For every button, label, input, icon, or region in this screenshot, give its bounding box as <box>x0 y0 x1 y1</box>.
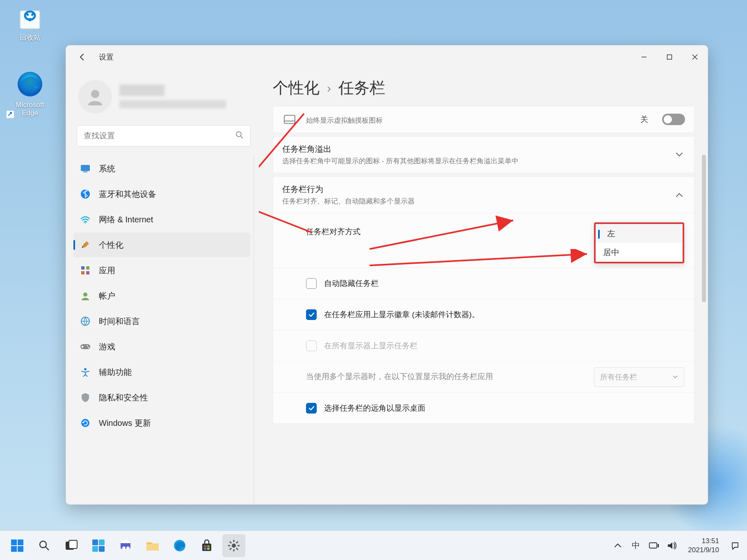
store-button[interactable] <box>195 534 218 557</box>
virtual-touchpad-card[interactable]: 始终显示虚拟触摸板图标 关 <box>273 106 694 133</box>
svg-point-42 <box>122 546 126 550</box>
minimize-button[interactable] <box>631 46 657 69</box>
clock[interactable]: 13:51 2021/9/10 <box>688 537 719 554</box>
touchpad-toggle[interactable] <box>662 114 685 125</box>
nav-list: 系统 蓝牙和其他设备 网络 & Internet 个性化 应用 <box>73 155 254 504</box>
account-icon <box>80 290 91 301</box>
start-button[interactable] <box>6 534 29 557</box>
svg-rect-60 <box>649 543 657 548</box>
alignment-dropdown-open[interactable]: 左 居中 <box>594 222 684 263</box>
svg-point-19 <box>87 345 88 347</box>
sidebar-item-timelang[interactable]: 时间和语言 <box>73 309 250 334</box>
sidebar-item-label: 帐户 <box>99 290 115 302</box>
recycle-bin-desktop-icon[interactable]: 回收站 <box>7 6 53 42</box>
svg-rect-4 <box>667 55 672 59</box>
show-desktop-option-row[interactable]: 选择任务栏的远角以显示桌面 <box>273 392 694 423</box>
alignment-option-center[interactable]: 居中 <box>596 243 683 262</box>
maximize-button[interactable] <box>657 46 682 69</box>
sidebar-item-label: 时间和语言 <box>99 316 140 327</box>
overflow-title: 任务栏角溢出 <box>282 144 665 155</box>
sidebar-item-apps[interactable]: 应用 <box>73 258 250 283</box>
taskbar-behavior-card: 任务栏行为 任务栏对齐、标记、自动隐藏和多个显示器 任务栏对齐方式 左 居中 <box>273 176 694 424</box>
svg-rect-50 <box>207 548 210 550</box>
taskbar-behavior-header[interactable]: 任务栏行为 任务栏对齐、标记、自动隐藏和多个显示器 <box>273 177 694 213</box>
svg-rect-2 <box>7 111 14 118</box>
svg-rect-32 <box>18 546 23 552</box>
touchpad-subtitle: 始终显示虚拟触摸板图标 <box>306 116 631 125</box>
corner-overflow-card[interactable]: 任务栏角溢出 选择任务栏角中可能显示的图标 - 所有其他图标将显示在任务栏角溢出… <box>273 136 694 173</box>
edge-taskbar-button[interactable] <box>168 534 191 557</box>
all-displays-option-row[interactable]: 在所有显示器上显示任务栏 <box>273 330 694 361</box>
taskview-button[interactable] <box>60 534 83 557</box>
svg-point-6 <box>236 132 241 137</box>
ime-indicator[interactable]: 中 <box>630 539 642 552</box>
search-taskbar-button[interactable] <box>33 534 56 557</box>
chat-button[interactable] <box>114 534 137 557</box>
all-displays-checkbox[interactable] <box>306 341 317 351</box>
show-desktop-checkbox[interactable] <box>306 403 317 414</box>
show-desktop-label: 选择任务栏的远角以显示桌面 <box>324 403 425 414</box>
svg-point-20 <box>88 347 89 348</box>
alignment-option-left[interactable]: 左 <box>596 224 683 243</box>
svg-rect-39 <box>92 546 98 552</box>
multi-display-value: 所有任务栏 <box>600 372 637 382</box>
autohide-option-row[interactable]: 自动隐藏任务栏 <box>273 267 694 299</box>
tray-overflow-button[interactable] <box>612 539 624 552</box>
update-icon <box>80 418 91 428</box>
sidebar-item-network[interactable]: 网络 & Internet <box>73 207 250 232</box>
svg-rect-36 <box>69 540 77 549</box>
sidebar-item-label: 应用 <box>99 265 115 276</box>
breadcrumb-current: 任务栏 <box>338 78 385 98</box>
explorer-button[interactable] <box>141 534 164 557</box>
badges-option-row[interactable]: 在任务栏应用上显示徽章 (未读邮件计数器)。 <box>273 299 694 330</box>
accessibility-icon <box>80 367 91 377</box>
network-tray-icon[interactable] <box>648 539 660 552</box>
multi-display-option-row: 当使用多个显示器时，在以下位置显示我的任务栏应用 所有任务栏 <box>273 361 694 392</box>
svg-point-21 <box>84 368 87 370</box>
autohide-checkbox[interactable] <box>306 278 317 289</box>
svg-point-22 <box>81 419 89 427</box>
search-input[interactable]: 查找设置 <box>77 125 251 146</box>
sidebar-item-update[interactable]: Windows 更新 <box>73 411 250 435</box>
svg-rect-61 <box>658 544 659 547</box>
svg-line-7 <box>241 136 243 138</box>
settings-taskbar-button[interactable] <box>222 534 245 557</box>
multi-display-text: 当使用多个显示器时，在以下位置显示我的任务栏应用 <box>306 363 587 390</box>
svg-rect-46 <box>202 544 211 551</box>
svg-point-5 <box>91 90 99 98</box>
scrollbar[interactable] <box>702 155 706 302</box>
sidebar-item-gaming[interactable]: 游戏 <box>73 334 250 359</box>
svg-rect-8 <box>81 165 90 171</box>
user-name-redacted <box>119 85 249 109</box>
svg-rect-23 <box>284 115 295 123</box>
multi-display-dropdown[interactable]: 所有任务栏 <box>594 367 684 387</box>
breadcrumb-parent[interactable]: 个性化 <box>273 78 320 98</box>
svg-rect-49 <box>204 548 206 550</box>
volume-tray-icon[interactable] <box>666 539 678 552</box>
chevron-down-icon <box>672 373 678 381</box>
svg-line-57 <box>236 548 238 550</box>
widgets-button[interactable] <box>87 534 110 557</box>
notification-tray-icon[interactable] <box>729 539 741 552</box>
sidebar-item-system[interactable]: 系统 <box>73 156 250 181</box>
sidebar-item-label: 游戏 <box>99 341 115 352</box>
svg-rect-30 <box>18 539 23 545</box>
svg-point-33 <box>40 541 46 548</box>
back-button[interactable] <box>73 48 91 66</box>
sidebar-item-privacy[interactable]: 隐私和安全性 <box>73 385 250 410</box>
sidebar-item-bluetooth[interactable]: 蓝牙和其他设备 <box>73 182 250 206</box>
svg-rect-9 <box>83 171 87 172</box>
badges-label: 在任务栏应用上显示徽章 (未读邮件计数器)。 <box>324 309 480 320</box>
badges-checkbox[interactable] <box>306 309 317 320</box>
sidebar-item-accounts[interactable]: 帐户 <box>73 283 250 308</box>
all-displays-label: 在所有显示器上显示任务栏 <box>324 341 418 351</box>
svg-rect-31 <box>11 546 17 552</box>
edge-desktop-icon[interactable]: Microsoft Edge <box>7 70 53 117</box>
close-button[interactable] <box>682 46 708 69</box>
gaming-icon <box>80 341 91 352</box>
user-block[interactable] <box>73 73 254 123</box>
breadcrumb: 个性化 › 任务栏 <box>273 72 697 106</box>
svg-point-11 <box>85 222 86 223</box>
sidebar-item-personalization[interactable]: 个性化 <box>73 233 250 257</box>
sidebar-item-accessibility[interactable]: 辅助功能 <box>73 360 250 384</box>
